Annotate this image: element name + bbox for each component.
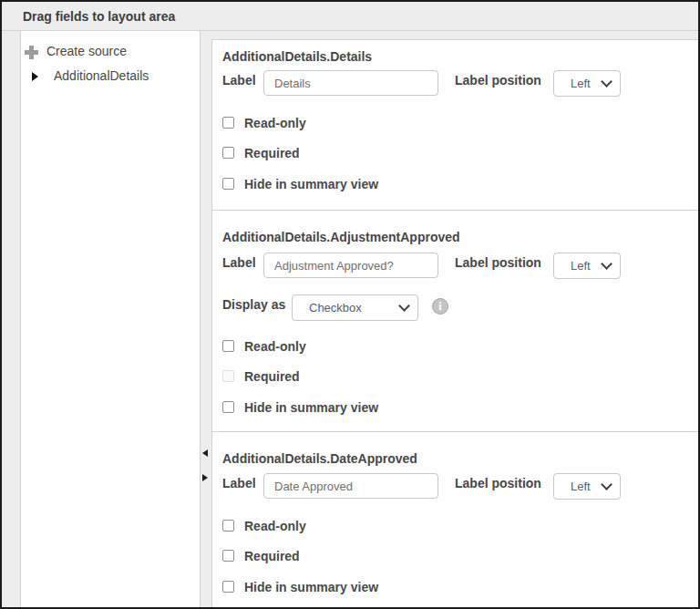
label-position-caption: Label position (455, 255, 541, 270)
select-value: Left (571, 77, 591, 90)
page-title: Drag fields to layout area (23, 9, 175, 24)
label-caption: Label (222, 255, 256, 270)
label-input[interactable] (263, 473, 438, 499)
label-input[interactable] (263, 70, 438, 96)
required-checkbox-row[interactable]: Required (222, 549, 300, 563)
checkbox-label: Hide in summary view (244, 400, 378, 415)
readonly-checkbox-row[interactable]: Read-only (222, 519, 306, 532)
tree-item-label: AdditionalDetails (54, 68, 149, 83)
hide-summary-checkbox-row[interactable]: Hide in summary view (222, 400, 378, 414)
chevron-down-icon (601, 258, 612, 270)
chevron-down-icon (601, 479, 612, 490)
chevron-down-icon (398, 300, 410, 312)
readonly-checkbox-row[interactable]: Read-only (222, 339, 306, 353)
checkbox-label: Read-only (244, 519, 306, 533)
checkbox[interactable] (222, 147, 234, 159)
checkbox-label: Required (244, 369, 300, 384)
label-caption: Label (222, 476, 256, 490)
plus-icon (25, 46, 38, 59)
checkbox[interactable] (222, 550, 234, 562)
required-checkbox-row[interactable]: Required (222, 146, 300, 160)
checkbox[interactable] (222, 117, 234, 129)
info-icon[interactable]: i (432, 298, 448, 315)
splitter-collapse-left-icon[interactable] (202, 449, 208, 457)
display-as-select[interactable]: Checkbox (292, 294, 418, 321)
checkbox-label: Read-only (244, 339, 306, 354)
create-source-button[interactable]: Create source (21, 44, 200, 62)
fields-sidebar: Create source AdditionalDetails (20, 30, 201, 607)
field-heading: AdditionalDetails.Details (222, 49, 372, 64)
hide-summary-checkbox-row[interactable]: Hide in summary view (222, 580, 378, 594)
display-as-caption: Display as (222, 297, 285, 312)
panel-divider (212, 210, 698, 211)
checkbox-label: Hide in summary view (244, 580, 378, 594)
chevron-down-icon (601, 76, 612, 88)
label-input[interactable] (263, 253, 438, 278)
hide-summary-checkbox-row[interactable]: Hide in summary view (222, 177, 378, 191)
label-caption: Label (222, 73, 256, 88)
checkbox[interactable] (222, 340, 234, 352)
field-config-area: AdditionalDetails.Details Label Label po… (211, 39, 698, 607)
checkbox-label: Hide in summary view (244, 177, 378, 191)
checkbox[interactable] (222, 520, 234, 532)
checkbox-label: Required (244, 549, 300, 563)
label-position-select[interactable]: Left (553, 70, 621, 97)
select-value: Checkbox (309, 301, 362, 315)
checkbox-label: Required (244, 146, 300, 160)
checkbox[interactable] (222, 581, 234, 593)
checkbox[interactable] (222, 401, 234, 413)
panel-divider (212, 431, 698, 432)
create-source-label: Create source (46, 44, 127, 58)
required-checkbox-row: Required (222, 369, 300, 383)
label-position-select[interactable]: Left (553, 473, 621, 500)
field-heading: AdditionalDetails.DateApproved (222, 451, 417, 466)
select-value: Left (571, 259, 591, 273)
tree-collapsed-arrow-icon[interactable] (32, 72, 38, 81)
splitter-expand-right-icon[interactable] (202, 474, 208, 481)
form-designer-window: Drag fields to layout area Create source… (0, 0, 700, 609)
checkbox[interactable] (222, 178, 234, 190)
label-position-caption: Label position (455, 476, 541, 490)
readonly-checkbox-row[interactable]: Read-only (222, 116, 306, 129)
label-position-select[interactable]: Left (553, 253, 621, 279)
sidebar-item-additionaldetails[interactable]: AdditionalDetails (21, 68, 200, 87)
select-value: Left (571, 480, 591, 493)
checkbox-label: Read-only (244, 116, 306, 130)
label-position-caption: Label position (455, 73, 541, 88)
field-heading: AdditionalDetails.AdjustmentApproved (222, 230, 460, 244)
checkbox-disabled (222, 370, 234, 382)
